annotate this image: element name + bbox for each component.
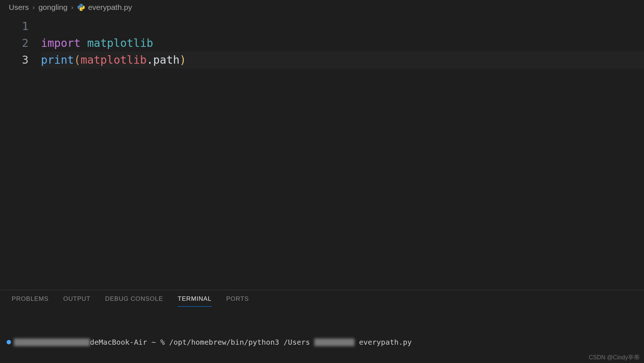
tok-module: matplotlib xyxy=(87,37,153,49)
code-line[interactable]: print(matplotlib.path) xyxy=(41,52,644,68)
tok-paren-close: ) xyxy=(179,53,186,66)
breadcrumb-file-label: everypath.py xyxy=(88,3,132,12)
redacted-text xyxy=(14,338,90,346)
python-icon xyxy=(77,3,85,11)
breadcrumb: Users › gongling › everypath.py xyxy=(0,0,644,16)
line-number: 1 xyxy=(0,18,29,35)
terminal-prompt: deMacBook-Air ~ % xyxy=(90,337,169,348)
status-dot-icon xyxy=(7,340,11,344)
code-area[interactable]: import matplotlib print(matplotlib.path) xyxy=(41,18,644,68)
terminal-arg: everypath.py xyxy=(355,337,412,348)
terminal-line: deMacBook-Air ~ % /opt/homebrew/bin/pyth… xyxy=(7,337,639,348)
tok-keyword: import xyxy=(41,37,80,49)
panel-tabs: PROBLEMS OUTPUT DEBUG CONSOLE TERMINAL P… xyxy=(5,290,639,307)
tab-terminal[interactable]: TERMINAL xyxy=(178,295,211,307)
tok-function: print xyxy=(41,53,74,66)
breadcrumb-item-users[interactable]: Users xyxy=(9,3,29,12)
line-number: 3 xyxy=(0,52,29,68)
bottom-panel: PROBLEMS OUTPUT DEBUG CONSOLE TERMINAL P… xyxy=(0,290,644,363)
code-line[interactable] xyxy=(41,18,644,35)
terminal-command: /opt/homebrew/bin/python3 /Users xyxy=(169,337,310,348)
chevron-right-icon: › xyxy=(71,3,73,11)
terminal-view[interactable]: deMacBook-Air ~ % /opt/homebrew/bin/pyth… xyxy=(5,307,639,363)
breadcrumb-item-file[interactable]: everypath.py xyxy=(77,3,132,12)
redacted-text xyxy=(314,338,355,346)
line-number: 2 xyxy=(0,35,29,52)
line-number-gutter: 1 2 3 xyxy=(0,18,41,68)
code-editor[interactable]: 1 2 3 import matplotlib print(matplotlib… xyxy=(0,16,644,68)
tok-paren-open: ( xyxy=(74,53,80,66)
code-line[interactable]: import matplotlib xyxy=(41,35,644,52)
tab-debug-console[interactable]: DEBUG CONSOLE xyxy=(105,295,163,307)
tab-ports[interactable]: PORTS xyxy=(226,295,249,307)
breadcrumb-item-folder[interactable]: gongling xyxy=(38,3,67,12)
chevron-right-icon: › xyxy=(33,3,35,11)
watermark: CSDN @Cindy辛蒂 xyxy=(589,354,640,362)
redacted-text xyxy=(310,337,314,348)
tab-output[interactable]: OUTPUT xyxy=(63,295,91,307)
tok-property: path xyxy=(153,53,179,66)
tok-object: matplotlib xyxy=(80,53,147,66)
tab-problems[interactable]: PROBLEMS xyxy=(12,295,49,307)
